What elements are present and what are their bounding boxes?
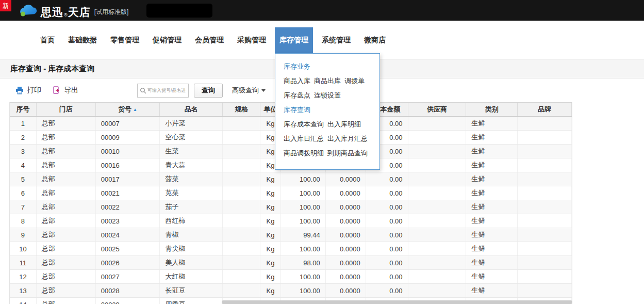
table-cell bbox=[223, 214, 260, 228]
table-row[interactable]: 13总部00028长豇豆Kg100.000.00000.00生鲜 bbox=[10, 284, 572, 298]
table-cell: Kg bbox=[260, 228, 281, 242]
printer-icon bbox=[15, 86, 24, 94]
table-row[interactable]: 9总部00024青椒Kg99.440.00000.00生鲜 bbox=[10, 228, 572, 242]
table-cell bbox=[223, 117, 260, 130]
table-cell: 四季豆 bbox=[160, 298, 223, 304]
dropdown-menu-item[interactable]: 库存盘点 bbox=[284, 91, 310, 99]
advanced-query-button[interactable]: 高级查询 bbox=[232, 86, 266, 95]
table-cell: 总部 bbox=[37, 298, 96, 304]
main-nav: 首页基础数据零售管理促销管理会员管理采购管理库存管理系统管理微商店 bbox=[0, 21, 644, 53]
table-cell: 总部 bbox=[37, 228, 96, 242]
table-cell: 菠菜 bbox=[160, 172, 223, 186]
chevron-down-icon bbox=[261, 89, 266, 92]
table-cell bbox=[408, 200, 467, 214]
table-cell: 00029 bbox=[96, 298, 160, 304]
dropdown-menu-item[interactable]: 出入库明细 bbox=[327, 120, 361, 128]
table-cell bbox=[518, 158, 572, 172]
column-header[interactable]: 序号 bbox=[10, 103, 37, 116]
dropdown-row: 商品调拨明细到期商品查询 bbox=[284, 149, 371, 158]
export-button[interactable]: 导出 bbox=[53, 86, 78, 95]
column-header[interactable]: 类别 bbox=[466, 103, 518, 116]
column-header-label: 供应商 bbox=[427, 105, 447, 114]
nav-item-active[interactable]: 库存管理 bbox=[275, 27, 313, 53]
column-header-label: 类别 bbox=[485, 105, 499, 114]
column-header[interactable]: 规格 bbox=[223, 103, 260, 116]
print-button[interactable]: 打印 bbox=[15, 86, 41, 95]
nav-item[interactable]: 促销管理 bbox=[148, 27, 186, 53]
nav-item[interactable]: 首页 bbox=[36, 27, 59, 53]
search-input[interactable] bbox=[147, 88, 186, 93]
table-cell bbox=[223, 256, 260, 269]
dropdown-menu-item[interactable]: 商品入库 bbox=[284, 77, 310, 85]
table-cell bbox=[223, 131, 260, 144]
table-row[interactable]: 10总部00025青尖椒Kg100.000.00000.00生鲜 bbox=[10, 242, 572, 256]
column-header[interactable]: 品名 bbox=[160, 103, 223, 116]
dropdown-menu-item[interactable]: 库存成本查询 bbox=[284, 120, 324, 128]
dropdown-row: 库存成本查询出入库明细 bbox=[284, 120, 371, 129]
table-cell: 7 bbox=[10, 200, 37, 214]
dropdown-menu-item[interactable]: 出入库月汇总 bbox=[327, 135, 368, 142]
dropdown-section-title: 库存查询 bbox=[284, 105, 371, 115]
table-row[interactable]: 6总部00021苋菜Kg100.000.00000.00生鲜 bbox=[10, 186, 572, 200]
column-header[interactable]: 门店 bbox=[37, 103, 96, 116]
table-cell: 00028 bbox=[96, 284, 160, 297]
column-header[interactable]: 品牌 bbox=[518, 103, 572, 116]
table-cell: 生鲜 bbox=[466, 158, 518, 172]
table-row[interactable]: 11总部00026美人椒Kg98.000.00000.00生鲜 bbox=[10, 256, 572, 270]
table-cell bbox=[518, 228, 572, 242]
table-cell: 00023 bbox=[96, 214, 160, 228]
nav-item[interactable]: 系统管理 bbox=[317, 27, 355, 53]
table-cell: 100.00 bbox=[281, 284, 326, 297]
table-cell: 生菜 bbox=[160, 145, 223, 158]
query-button[interactable]: 查询 bbox=[194, 84, 223, 98]
nav-item[interactable]: 会员管理 bbox=[190, 27, 228, 53]
nav-item[interactable]: 基础数据 bbox=[63, 27, 102, 53]
search-box bbox=[137, 84, 189, 98]
table-cell bbox=[408, 242, 467, 255]
table-cell bbox=[223, 172, 260, 186]
inventory-dropdown: 库存业务商品入库商品出库调拨单库存盘点连锁设置库存查询库存成本查询出入库明细出入… bbox=[275, 53, 380, 170]
table-row[interactable]: 8总部00023西红柿Kg100.000.00000.00生鲜 bbox=[10, 214, 572, 228]
new-badge: 新 bbox=[0, 0, 11, 11]
nav-item[interactable]: 微商店 bbox=[359, 27, 390, 53]
column-header[interactable]: 货号▲ bbox=[96, 103, 160, 116]
table-cell: 0.0000 bbox=[326, 172, 366, 186]
horizontal-scrollbar[interactable] bbox=[222, 300, 572, 304]
table-cell: 生鲜 bbox=[466, 200, 518, 214]
table-cell bbox=[408, 186, 467, 200]
table-cell bbox=[518, 270, 572, 283]
table-cell: 8 bbox=[10, 214, 37, 228]
dropdown-menu-item[interactable]: 出入库日汇总 bbox=[284, 135, 324, 142]
table-cell: 00026 bbox=[96, 256, 160, 269]
dropdown-menu-item[interactable]: 商品调拨明细 bbox=[284, 149, 324, 157]
table-cell: 0.00 bbox=[366, 214, 408, 228]
table-cell: 100.00 bbox=[281, 200, 326, 214]
table-row[interactable]: 7总部00022茄子Kg100.000.00000.00生鲜 bbox=[10, 200, 572, 214]
brand-name: 思迅 bbox=[41, 7, 63, 18]
dropdown-menu-item[interactable]: 调拨单 bbox=[344, 77, 365, 85]
table-cell: 总部 bbox=[37, 270, 96, 283]
table-cell: 00024 bbox=[96, 228, 160, 242]
nav-item[interactable]: 零售管理 bbox=[106, 27, 144, 53]
table-cell bbox=[408, 145, 467, 158]
dropdown-menu-item[interactable]: 连锁设置 bbox=[314, 91, 341, 99]
table-cell: 青大蒜 bbox=[160, 158, 223, 172]
nav-item[interactable]: 采购管理 bbox=[233, 27, 271, 53]
table-row[interactable]: 12总部00027大红椒Kg100.000.00000.00生鲜 bbox=[10, 270, 572, 284]
table-cell bbox=[408, 284, 467, 297]
column-header[interactable]: 供应商 bbox=[408, 103, 467, 116]
table-cell: 0.00 bbox=[366, 256, 408, 269]
table-cell: 99.44 bbox=[281, 228, 326, 242]
table-cell: 青椒 bbox=[160, 228, 223, 242]
table-cell: 小芹菜 bbox=[160, 117, 223, 130]
table-cell bbox=[408, 131, 467, 144]
table-cell: 生鲜 bbox=[466, 270, 518, 283]
table-cell bbox=[408, 117, 467, 130]
dropdown-menu-item[interactable]: 商品出库 bbox=[314, 77, 341, 85]
table-cell bbox=[518, 200, 572, 214]
table-cell: 生鲜 bbox=[466, 214, 518, 228]
dropdown-row: 商品入库商品出库调拨单 bbox=[284, 76, 371, 86]
table-row[interactable]: 5总部00017菠菜Kg100.000.00000.00生鲜 bbox=[10, 172, 572, 186]
table-cell: 0.0000 bbox=[326, 284, 366, 297]
dropdown-menu-item[interactable]: 到期商品查询 bbox=[327, 149, 368, 157]
